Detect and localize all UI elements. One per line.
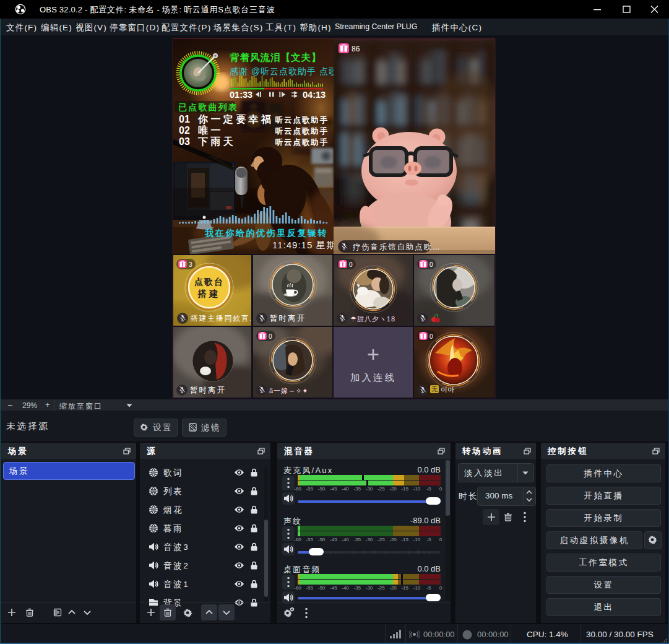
svg-text:86: 86	[352, 45, 360, 53]
svg-text:0: 0	[429, 261, 433, 268]
svg-text:感谢 @听云点歌助手 点歌: 感谢 @听云点歌助手 点歌	[230, 66, 338, 76]
svg-text:已点歌曲列表: 已点歌曲列表	[178, 102, 238, 112]
svg-text:0: 0	[349, 261, 353, 268]
svg-text:背着风流泪【文夫】: 背着风流泪【文夫】	[229, 52, 322, 63]
svg-text:0: 0	[269, 333, 272, 340]
svg-text:搭建主播同款直…: 搭建主播同款直…	[191, 314, 258, 323]
svg-text:01: 01	[179, 114, 190, 124]
svg-text:听云点歌助手: 听云点歌助手	[275, 137, 329, 147]
svg-text:02: 02	[179, 125, 190, 136]
svg-text:加入连线: 加入连线	[350, 372, 396, 383]
svg-text:3: 3	[189, 261, 192, 268]
svg-text:04:13: 04:13	[303, 90, 326, 100]
svg-text:搭建: 搭建	[197, 289, 220, 298]
svg-text:暂时离开: 暂时离开	[190, 386, 226, 394]
svg-text:听云点歌助手: 听云点歌助手	[275, 126, 329, 136]
svg-text:이아: 이아	[441, 386, 454, 393]
svg-text:0: 0	[429, 333, 433, 340]
svg-text:点歌台: 点歌台	[194, 277, 224, 287]
svg-text:我在你给的优伤里反复辗转: 我在你给的优伤里反复辗转	[204, 228, 328, 238]
svg-text:ӓ一嫁～✧✦: ӓ一嫁～✧✦	[269, 387, 309, 394]
svg-text:暂时离开: 暂时离开	[270, 314, 306, 323]
svg-text:唯一: 唯一	[198, 124, 223, 136]
svg-text:无: 无	[431, 386, 438, 393]
svg-text:听云点歌助手: 听云点歌助手	[275, 115, 329, 124]
svg-text:☂甜八夕ヽ18: ☂甜八夕ヽ18	[350, 315, 395, 323]
svg-text:01:33: 01:33	[230, 90, 252, 100]
svg-text:你一定要幸福: 你一定要幸福	[197, 114, 274, 124]
svg-text:03: 03	[179, 136, 190, 147]
svg-text:下雨天: 下雨天	[197, 136, 236, 147]
svg-text:疗伤音乐馆自助点欧…: 疗伤音乐馆自助点欧…	[353, 243, 441, 251]
